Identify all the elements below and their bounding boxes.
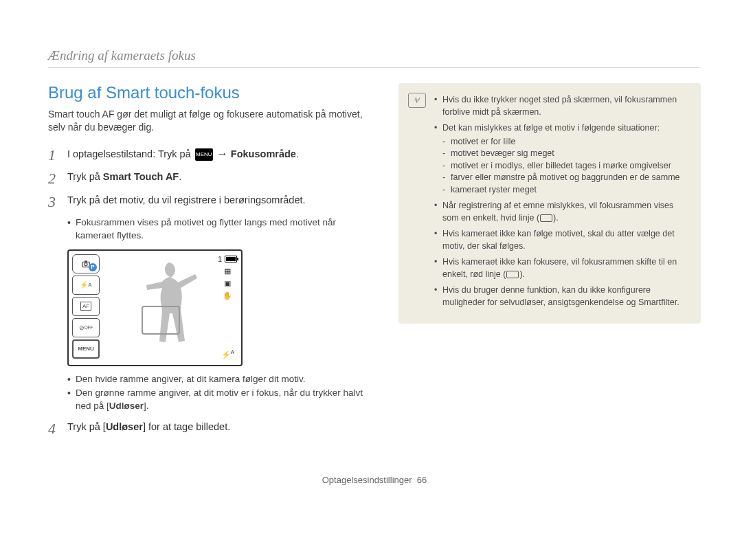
content-columns: Brug af Smart touch-fokus Smart touch AF… [48, 83, 701, 443]
page-footer: Optagelsesindstillinger 66 [48, 475, 701, 485]
battery-icon [225, 256, 237, 262]
white-frame-icon [540, 214, 552, 222]
red-frame-icon [506, 271, 519, 278]
note-item: Hvis kameraet ikke kan følge motivet, sk… [434, 228, 688, 252]
svg-point-1 [85, 262, 87, 265]
bullet-item: Fokusrammen vises på motivet og flytter … [67, 216, 371, 243]
note-subitem: motivet bevæger sig meget [442, 148, 688, 160]
svg-rect-2 [85, 260, 87, 262]
section-title: Brug af Smart touch-fokus [48, 83, 371, 102]
right-column: V Hvis du ikke trykker noget sted på skæ… [398, 83, 701, 443]
step-4: 4 Tryk på [Udløser] for at tage billedet… [48, 420, 371, 436]
page-header: Ændring af kameraets fokus [48, 48, 701, 63]
quality-icon: ▦ [224, 267, 231, 276]
note-item: Når registrering af et emne mislykkes, v… [434, 200, 688, 224]
step-2: 2 Tryk på Smart Touch AF. [48, 170, 371, 186]
step-3: 3 Tryk på det motiv, du vil registrere i… [48, 193, 371, 210]
arrow-icon: → [217, 148, 228, 159]
step-number: 3 [48, 193, 60, 210]
note-subitem: farver eller mønstre på motivet og baggr… [442, 172, 688, 184]
step-body: Tryk på det motiv, du vil registrere i b… [67, 193, 306, 210]
step-number: 2 [48, 170, 60, 186]
note-item: Det kan mislykkes at følge et motiv i fø… [434, 122, 688, 196]
step-1: 1 I optagelsestilstand: Tryk på MENU → F… [48, 146, 371, 163]
step-body: Tryk på [Udløser] for at tage billedet. [67, 420, 230, 436]
stabilizer-icon: ✋ [223, 291, 232, 300]
bullet-post: ]. [144, 401, 149, 411]
note-item: Hvis du ikke trykker noget sted på skærm… [434, 94, 688, 118]
step-bold: Smart Touch AF [103, 171, 179, 182]
header-rule [48, 67, 701, 68]
note-subitem: motivet er i modlys, eller billedet tage… [442, 160, 688, 172]
step-bold: Udløser [106, 421, 143, 432]
note-text: Det kan mislykkes at følge et motiv i fø… [442, 123, 660, 133]
right-side-icons: 1 ▦ ▣ ✋ [218, 255, 237, 300]
note-pre: Hvis kameraet ikke kan fokusere, vil fok… [442, 257, 677, 279]
step-text: Tryk på [ [67, 421, 106, 432]
steps-list-cont: 4 Tryk på [Udløser] for at tage billedet… [48, 420, 371, 436]
note-item: Hvis kameraet ikke kan fokusere, vil fok… [434, 256, 688, 280]
steps-list: 1 I optagelsestilstand: Tryk på MENU → F… [48, 146, 371, 210]
left-column: Brug af Smart touch-fokus Smart touch AF… [48, 83, 371, 443]
note-box: V Hvis du ikke trykker noget sted på skæ… [398, 83, 701, 324]
note-subitem: kameraet ryster meget [442, 184, 688, 197]
bold-word: Udløser [109, 401, 144, 411]
off-icon: ⊘OFF [72, 318, 100, 337]
menu-icon: MENU [195, 148, 213, 161]
step-bold: Fokusområde [231, 148, 296, 159]
note-subitem: motivet er for lille [442, 136, 688, 148]
step-dot: . [296, 148, 299, 159]
shot-count: 1 [218, 255, 237, 263]
camera-screen: P ⚡A AF ⊘OFF MENU [67, 249, 243, 366]
footer-page: 66 [417, 475, 427, 485]
menu-button-icon: MENU [72, 339, 100, 359]
step-post: ] for at tage billedet. [143, 421, 230, 432]
metering-icon: ▣ [224, 279, 231, 288]
note-list: Hvis du ikke trykker noget sted på skærm… [434, 94, 688, 309]
note-post: ). [553, 213, 559, 223]
footer-section: Optagelsesindstillinger [322, 475, 412, 485]
af-icon: AF [72, 297, 100, 316]
flash-icon: ⚡A [72, 276, 100, 295]
step-dot: . [179, 171, 181, 182]
note-item: Hvis du bruger denne funktion, kan du ik… [434, 284, 688, 309]
note-icon: V [408, 93, 426, 108]
bullet-item: Den hvide ramme angiver, at dit kamera f… [67, 373, 371, 386]
step-number: 1 [48, 146, 60, 163]
step-text: I optagelsestilstand: Tryk på [67, 148, 194, 159]
count-number: 1 [218, 255, 222, 263]
step-number: 4 [48, 420, 60, 436]
note-post: ). [519, 269, 525, 279]
left-side-icons: P ⚡A AF ⊘OFF MENU [72, 254, 100, 361]
step3-sub-bullets: Fokusrammen vises på motivet og flytter … [67, 216, 371, 243]
mode-icon: P [72, 254, 100, 273]
bullet-item: Den grønne ramme angiver, at dit motiv e… [67, 387, 371, 413]
step-text: Tryk på [67, 171, 103, 182]
step3-sub-bullets-2: Den hvide ramme angiver, at dit kamera f… [67, 373, 371, 414]
step-body: I optagelsestilstand: Tryk på MENU → Fok… [67, 146, 299, 163]
intro-paragraph: Smart touch AF gør det muligt at følge o… [48, 108, 371, 134]
note-sublist: motivet er for lille motivet bevæger sig… [442, 136, 688, 197]
focus-frame [142, 306, 180, 335]
camera-screen-illustration: P ⚡A AF ⊘OFF MENU [67, 249, 371, 366]
manual-page: Ændring af kameraets fokus Brug af Smart… [0, 0, 742, 506]
bottom-flash-icon: ⚡A [221, 349, 234, 359]
mode-p-badge: P [89, 263, 97, 271]
step-body: Tryk på Smart Touch AF. [67, 170, 181, 186]
